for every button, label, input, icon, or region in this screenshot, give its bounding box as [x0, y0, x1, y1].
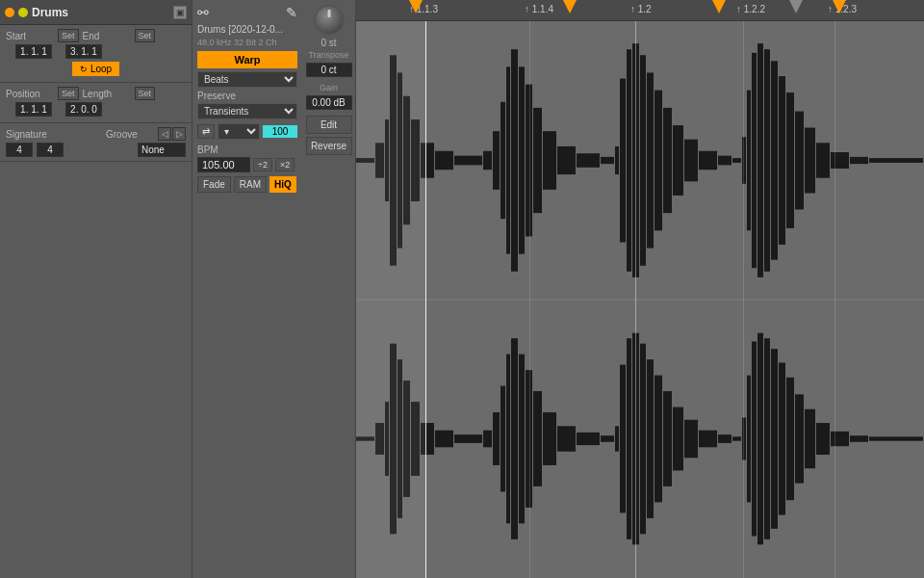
groove-next-button[interactable]: ▷	[172, 127, 186, 141]
hiq-button[interactable]: HiQ	[270, 176, 296, 193]
edit-button[interactable]: Edit	[306, 116, 352, 134]
gain-field[interactable]	[306, 95, 352, 110]
groove-label: Groove	[106, 129, 154, 140]
end-label: End	[83, 31, 131, 41]
bpm-field[interactable]	[197, 157, 250, 172]
pencil-icon[interactable]: ✎	[286, 5, 297, 20]
timeline-marker-3: ↑ 1.2.2	[736, 4, 765, 14]
groove-value[interactable]	[138, 143, 186, 157]
transpose-cents-field[interactable]	[306, 63, 352, 77]
sig-numerator[interactable]	[6, 143, 33, 157]
grid-line-4	[834, 21, 835, 578]
loop-icon: ↻	[80, 65, 88, 74]
loop-label: Loop	[90, 64, 112, 74]
ram-button[interactable]: RAM	[234, 176, 267, 193]
start-end-section: Start Set End Set ↻ Loop	[0, 25, 192, 83]
start-label: Start	[6, 31, 54, 41]
cursor-icon[interactable]: ⚯	[197, 5, 209, 20]
end-value[interactable]	[65, 44, 102, 59]
waveform-panel: ↑ 1.1.3 ↑ 1.1.4 ↑ 1.2 ↑ 1.2.2 ↑ 1.2.3	[356, 0, 924, 578]
position-label: Position	[6, 89, 54, 99]
warp-marker-4[interactable]	[833, 0, 846, 13]
warp-marker-0[interactable]	[409, 0, 423, 13]
warp-marker-3[interactable]	[789, 0, 803, 13]
grid-line-3	[743, 21, 744, 578]
preserve-label: Preserve	[197, 91, 297, 101]
middle-panel: ⚯ ✎ Drums [2020-12-0... 48.0 kHz 32 Bit …	[192, 0, 356, 578]
loop-row: ↻ Loop	[6, 62, 186, 76]
grid-line-1	[529, 21, 530, 578]
pos-len-labels-row: Position Set Length Set	[6, 87, 186, 100]
controls-column: ⚯ ✎ Drums [2020-12-0... 48.0 kHz 32 Bit …	[192, 0, 302, 578]
mult2-button[interactable]: ×2	[275, 158, 295, 171]
loop-type-row: ⇄ ▾ 100	[197, 123, 297, 140]
active-dot	[5, 8, 14, 17]
div2-button[interactable]: ÷2	[253, 158, 272, 171]
arrows-icon: ⇄	[202, 126, 210, 137]
end-set-button[interactable]: Set	[135, 29, 156, 42]
waveform-canvas-element	[356, 21, 924, 578]
title-bar-left: Drums	[5, 6, 68, 19]
warp-marker-2[interactable]	[712, 0, 726, 13]
timeline-marker-2: ↑ 1.2	[630, 4, 652, 14]
tool-icons: ⚯ ✎	[197, 5, 297, 20]
transpose-header: Transpose	[308, 50, 348, 60]
preserve-mode-row: Transients	[197, 103, 297, 119]
signature-label: Signature	[6, 129, 54, 140]
position-value[interactable]	[15, 102, 52, 117]
preserve-mode-dropdown[interactable]: Transients	[197, 103, 297, 119]
timeline-marker-1: ↑ 1.1.4	[525, 4, 553, 14]
arm-dot	[18, 8, 28, 17]
clip-file-info: 48.0 kHz 32 Bit 2 Ch	[197, 38, 297, 47]
bottom-buttons: Fade RAM HiQ	[197, 176, 297, 193]
loop-button[interactable]: ↻ Loop	[72, 62, 119, 76]
pos-len-values-row	[6, 102, 186, 117]
warp-mode-dropdown[interactable]: Beats	[197, 71, 297, 88]
position-set-button[interactable]: Set	[58, 87, 79, 100]
position-length-section: Position Set Length Set	[0, 83, 192, 123]
loop-subdiv-dropdown[interactable]: ▾	[218, 123, 260, 140]
groove-arrows: ◁ ▷	[158, 127, 186, 141]
fade-button[interactable]: Fade	[197, 176, 231, 193]
sig-groove-values-row	[6, 143, 186, 157]
warp-marker-1[interactable]	[563, 0, 577, 13]
knob-column: 0 st Transpose Gain Edit Reverse	[302, 0, 355, 578]
bpm-row: ÷2 ×2	[197, 157, 297, 172]
playhead	[425, 21, 426, 578]
clip-file-title: Drums [2020-12-0...	[197, 24, 297, 35]
waveform-display[interactable]	[356, 21, 924, 578]
grid-line-2	[635, 21, 636, 578]
length-value[interactable]	[65, 102, 102, 117]
start-end-values-row	[6, 44, 186, 59]
gain-header: Gain	[320, 83, 338, 92]
transpose-knob[interactable]	[314, 5, 345, 36]
bpm-label: BPM	[197, 144, 297, 155]
start-row: Start Set End Set	[6, 29, 186, 42]
start-value[interactable]	[15, 44, 52, 59]
start-set-button[interactable]: Set	[58, 29, 79, 42]
mode-row: Beats	[197, 71, 297, 88]
groove-prev-button[interactable]: ◁	[158, 127, 171, 141]
signature-groove-section: Signature Groove ◁ ▷	[0, 123, 192, 162]
clip-title: Drums	[32, 6, 68, 19]
sig-denominator[interactable]	[37, 143, 64, 157]
reverse-button[interactable]: Reverse	[306, 137, 352, 155]
left-panel: Drums ▣ Start Set End Set ↻ Loop Positio…	[0, 0, 192, 578]
knob-dot	[327, 10, 330, 17]
collapse-button[interactable]: ▣	[173, 6, 187, 19]
loop-type-button[interactable]: ⇄	[197, 124, 215, 139]
warp-button[interactable]: Warp	[197, 51, 297, 68]
sig-groove-labels-row: Signature Groove ◁ ▷	[6, 127, 186, 141]
knob-display-value: 0 st	[321, 38, 336, 48]
length-set-button[interactable]: Set	[135, 87, 156, 100]
length-label: Length	[83, 89, 131, 99]
loop-value[interactable]: 100	[263, 125, 297, 138]
title-bar: Drums ▣	[0, 0, 192, 25]
